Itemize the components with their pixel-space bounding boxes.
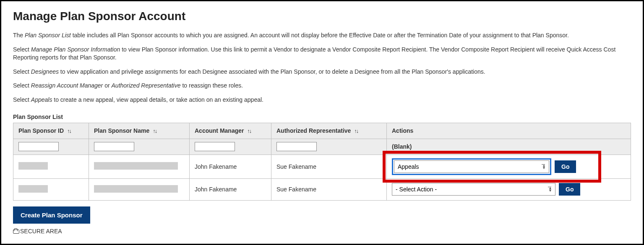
filter-input-rep[interactable] [276,142,317,151]
text: to create a new appeal, view appeal deta… [52,96,263,103]
go-button[interactable]: Go [555,160,576,173]
secure-area-label: SECURE AREA [13,228,631,235]
redacted-id [18,185,48,193]
col-header-id[interactable]: Plan Sponsor ID ↑↓ [13,123,89,139]
intro-paragraph-4: Select Reassign Account Manager or Autho… [13,82,631,90]
sort-icon: ↑↓ [67,128,71,134]
sort-icon: ↑↓ [354,128,358,134]
col-header-name[interactable]: Plan Sponsor Name ↑↓ [89,123,190,139]
cell-rep: Sue Fakename [271,178,387,200]
col-header-rep[interactable]: Authorized Representative ↑↓ [271,123,387,139]
text: Select [13,82,31,89]
text-emphasis: Authorized Representative [112,82,181,89]
table-filter-row: (Blank) [13,139,631,155]
header-label: Actions [392,127,413,134]
cell-rep: Sue Fakename [271,155,387,178]
filter-input-name[interactable] [94,142,134,151]
page-title: Manage Plan Sponsor Account [13,10,631,23]
col-header-manager[interactable]: Account Manager ↑↓ [190,123,271,139]
text: The [13,32,25,39]
text-emphasis: Appeals [31,96,52,103]
action-select[interactable]: - Select Action - [392,183,555,196]
text: or [103,82,111,89]
focus-ring: Appeals ▴▾ [392,158,551,175]
text-emphasis: Plan Sponsor List [25,32,71,39]
cell-actions: Appeals ▴▾ Go [387,155,631,178]
filter-actions-blank: (Blank) [387,139,631,155]
text-emphasis: Manage Plan Sponsor Information [31,46,120,53]
lock-icon [13,228,18,234]
cell-actions: - Select Action - ▴▾ Go [387,178,631,200]
text: to reassign these roles. [181,82,243,89]
text-emphasis: Designees [31,68,59,75]
plan-sponsor-table: Plan Sponsor ID ↑↓ Plan Sponsor Name ↑↓ … [13,123,631,201]
text-emphasis: Reassign Account Manager [31,82,103,89]
create-plan-sponsor-button[interactable]: Create Plan Sponsor [13,206,90,224]
action-select[interactable]: Appeals [394,160,549,173]
header-label: Plan Sponsor ID [18,127,64,134]
table-header-row: Plan Sponsor ID ↑↓ Plan Sponsor Name ↑↓ … [13,123,631,139]
intro-paragraph-2: Select Manage Plan Sponsor Information t… [13,46,631,62]
table-row: John Fakename Sue Fakename - Select Acti… [13,178,631,200]
redacted-name [94,162,178,170]
col-header-actions: Actions [387,123,631,139]
redacted-id [18,162,48,170]
sort-icon: ↑↓ [247,128,251,134]
text: Select [13,46,31,53]
intro-paragraph-5: Select Appeals to create a new appeal, v… [13,96,631,104]
table-row: John Fakename Sue Fakename Appeals ▴▾ [13,155,631,178]
table-title: Plan Sponsor List [13,113,631,120]
header-label: Authorized Representative [276,127,351,134]
filter-input-id[interactable] [18,142,59,151]
cell-manager: John Fakename [190,178,271,200]
sort-icon: ↑↓ [153,128,156,134]
go-button[interactable]: Go [559,183,580,196]
text: Select [13,68,31,75]
intro-paragraph-1: The Plan Sponsor List table includes all… [13,31,631,40]
text: Select [13,96,31,103]
header-label: Plan Sponsor Name [94,127,149,134]
text: table includes all Plan Sponsor accounts… [71,32,569,39]
secure-text: SECURE AREA [20,228,62,235]
page-frame: Manage Plan Sponsor Account The Plan Spo… [0,0,644,245]
cell-manager: John Fakename [190,155,271,178]
header-label: Account Manager [195,127,244,134]
intro-paragraph-3: Select Designees to view application and… [13,68,631,76]
text: to view application and privilege assign… [59,68,485,75]
redacted-name [94,185,178,193]
filter-input-manager[interactable] [195,142,235,151]
